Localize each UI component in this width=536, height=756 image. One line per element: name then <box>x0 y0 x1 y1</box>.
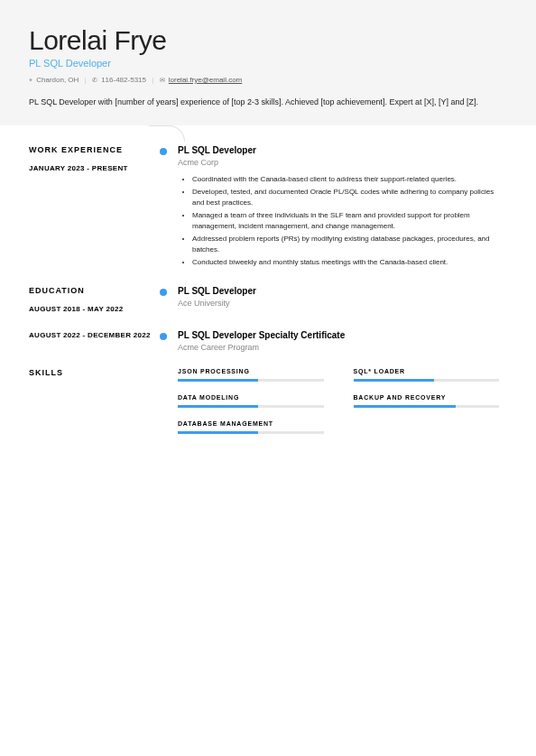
skills-grid: JSON PROCESSING SQL* LOADER DATA MODELIN… <box>178 368 507 434</box>
skill-fill <box>178 379 258 382</box>
work-experience-heading: WORK EXPERIENCE <box>29 145 151 154</box>
timeline-dot <box>160 148 167 155</box>
email-link[interactable]: lorelai.frye@email.com <box>169 76 242 84</box>
resume-header: Lorelai Frye PL SQL Developer ⌖ Chardon,… <box>0 0 536 125</box>
skill-item: DATA MODELING <box>178 394 332 408</box>
edu-org: Acme Career Program <box>178 343 507 352</box>
location-icon: ⌖ <box>29 77 32 83</box>
work-bullet: Coordinated with the Canada-based client… <box>192 174 507 185</box>
skill-bar <box>178 405 324 408</box>
skill-bar <box>354 379 500 382</box>
skill-label: JSON PROCESSING <box>178 368 332 374</box>
skill-label: BACKUP AND RECOVERY <box>354 394 508 401</box>
skill-bar <box>178 379 324 382</box>
work-bullet: Addressed problem reports (PRs) by modif… <box>192 234 507 255</box>
skill-fill <box>178 405 258 408</box>
timeline-dot <box>160 333 167 340</box>
work-org: Acme Corp <box>178 158 507 167</box>
edu-daterange: AUGUST 2018 - MAY 2022 <box>29 304 151 314</box>
skill-item: DATABASE MANAGEMENT <box>178 420 332 434</box>
work-daterange: JANUARY 2023 - PRESENT <box>29 163 151 173</box>
skill-item: BACKUP AND RECOVERY <box>354 394 508 408</box>
location-text: Chardon, OH <box>36 76 79 84</box>
contact-line: ⌖ Chardon, OH | ✆ 116-482-5315 | ✉ lorel… <box>29 76 507 84</box>
work-bullet: Developed, tested, and documented Oracle… <box>192 187 507 208</box>
phone-text: 116-482-5315 <box>101 76 146 84</box>
email-icon: ✉ <box>160 77 165 83</box>
education-heading: EDUCATION <box>29 286 151 295</box>
skills-heading: SKILLS <box>29 368 151 377</box>
work-bullet: Managed a team of three individuals in t… <box>192 210 507 232</box>
edu-title: PL SQL Developer <box>178 286 507 296</box>
timeline-dot <box>160 289 167 296</box>
edu-daterange: AUGUST 2022 - DECEMBER 2022 <box>29 330 151 340</box>
work-bullets: Coordinated with the Canada-based client… <box>178 174 507 268</box>
candidate-title: PL SQL Developer <box>29 58 507 69</box>
skill-label: DATA MODELING <box>178 394 332 401</box>
skill-item: JSON PROCESSING <box>178 368 332 382</box>
resume-body: WORK EXPERIENCE JANUARY 2023 - PRESENT P… <box>0 125 536 470</box>
skill-fill <box>354 379 434 382</box>
work-title: PL SQL Developer <box>178 145 507 155</box>
skill-bar <box>354 405 500 408</box>
skill-label: SQL* LOADER <box>354 368 508 374</box>
skill-fill <box>178 431 258 434</box>
phone-icon: ✆ <box>92 77 97 83</box>
edu-title: PL SQL Developer Specialty Certificate <box>178 330 507 340</box>
work-bullet: Conducted biweekly and monthly status me… <box>192 257 507 268</box>
skill-bar <box>178 431 324 434</box>
summary-text: PL SQL Developer with [number of years] … <box>29 97 507 109</box>
edu-org: Ace University <box>178 299 507 308</box>
skill-label: DATABASE MANAGEMENT <box>178 420 332 427</box>
skill-item: SQL* LOADER <box>354 368 508 382</box>
divider-curve <box>149 125 185 142</box>
candidate-name: Lorelai Frye <box>29 25 507 56</box>
skill-fill <box>354 405 456 408</box>
